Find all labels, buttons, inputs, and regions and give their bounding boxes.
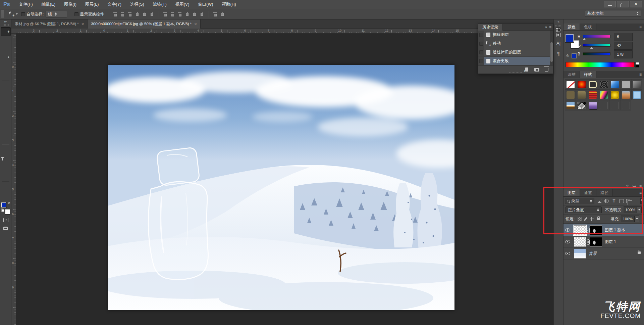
lasso-tool[interactable] <box>1 45 11 53</box>
style-bw-noise[interactable] <box>576 100 587 110</box>
channel-value-input[interactable]: 178 <box>614 50 633 58</box>
screen-mode-button[interactable] <box>1 224 11 233</box>
auto-select-checkbox[interactable] <box>21 12 25 16</box>
align-top-edges[interactable] <box>113 12 118 16</box>
move-tool[interactable] <box>1 27 11 36</box>
style-none[interactable] <box>565 79 576 90</box>
mask-link-icon[interactable] <box>587 239 589 244</box>
opacity-input[interactable]: 100% <box>624 206 637 213</box>
close-button[interactable] <box>630 1 642 7</box>
tab-close-icon[interactable]: × <box>194 22 197 26</box>
restore-button[interactable] <box>617 1 629 7</box>
style-charcoal-gradient[interactable] <box>631 79 642 90</box>
delete-state-icon[interactable] <box>545 68 548 72</box>
layer-name[interactable]: 图层 1 <box>605 239 616 245</box>
show-transform-checkbox[interactable] <box>74 12 78 16</box>
tab-layers[interactable]: 图层 <box>564 189 580 196</box>
fill-input[interactable]: 100% <box>621 216 635 222</box>
layer-mask-thumbnail[interactable] <box>590 237 602 247</box>
type-tool[interactable] <box>1 154 11 163</box>
filter-type-dropdown[interactable]: 类型 <box>565 198 594 204</box>
tab-close-icon[interactable]: × <box>82 22 84 26</box>
distribute-vertical-centers[interactable] <box>170 12 175 16</box>
layer-name[interactable]: 背景 <box>589 251 597 257</box>
toolbar-collapse-icon[interactable]: ▸▸ <box>0 19 11 24</box>
slider-thumb-icon[interactable] <box>583 38 586 40</box>
spot-healing-brush-tool[interactable] <box>1 82 11 91</box>
magic-wand-tool[interactable] <box>1 53 11 62</box>
style-empty-2[interactable] <box>609 100 620 110</box>
tab-swatches[interactable]: 色板 <box>580 24 596 30</box>
mask-link-icon[interactable] <box>587 228 589 232</box>
distribute-left-edges[interactable] <box>185 12 190 16</box>
align-vertical-centers[interactable] <box>120 12 125 16</box>
filter-adjustment-layers-icon[interactable] <box>604 199 609 203</box>
style-yellow-emboss[interactable] <box>609 90 620 100</box>
lock-position-icon[interactable] <box>590 217 594 221</box>
tab-adjustments[interactable]: 调整 <box>564 71 580 78</box>
zoom-tool[interactable] <box>1 191 11 200</box>
filter-shape-layers-icon[interactable] <box>619 199 624 203</box>
menu-select[interactable]: 选择(S) <box>126 0 149 9</box>
fill-caret-icon[interactable] <box>635 216 639 222</box>
tab-history[interactable]: 历史记录 <box>478 24 503 31</box>
style-gray[interactable] <box>620 79 631 90</box>
layer-name[interactable]: 图层 1 副本 <box>605 227 625 233</box>
default-colors-icon[interactable] <box>1 208 4 212</box>
character-panel-icon[interactable]: A| <box>554 38 563 48</box>
panel-menu-icon[interactable]: ≡ <box>639 190 643 195</box>
swap-colors-icon[interactable]: ⇄ <box>8 201 10 204</box>
style-empty-1[interactable] <box>598 100 609 110</box>
style-psychedelic[interactable] <box>598 90 609 100</box>
minimize-button[interactable] <box>604 1 616 7</box>
layer-visibility-toggle[interactable] <box>564 236 572 248</box>
style-red-glow[interactable] <box>576 79 587 90</box>
hand-tool[interactable] <box>1 183 11 191</box>
layer-thumbnail[interactable] <box>574 225 586 235</box>
clock-panel-icon[interactable] <box>626 185 629 188</box>
tab-paths[interactable]: 路径 <box>596 189 613 196</box>
menu-edit[interactable]: 编辑(E) <box>37 0 60 9</box>
document-canvas[interactable] <box>108 65 454 310</box>
auto-align-layers[interactable] <box>213 12 218 16</box>
blend-mode-dropdown[interactable]: 正片叠底 <box>566 206 602 213</box>
foreground-color-swatch[interactable] <box>1 202 6 207</box>
tool-preset-caret-icon[interactable] <box>16 13 18 15</box>
style-olive[interactable] <box>565 90 576 100</box>
layer-thumbnail[interactable] <box>574 237 586 247</box>
menu-view[interactable]: 视图(V) <box>171 0 194 9</box>
distribute-bottom-edges[interactable] <box>178 12 182 16</box>
style-sunset-gradient[interactable] <box>620 90 631 100</box>
layer-visibility-toggle[interactable] <box>564 224 572 236</box>
panel-menu-icon[interactable]: ≡ <box>639 72 643 77</box>
menu-help[interactable]: 帮助(H) <box>217 0 240 9</box>
white-swatch[interactable] <box>635 62 639 65</box>
auto-select-dropdown[interactable]: 组 <box>46 11 67 17</box>
snapshot-source-checkbox[interactable] <box>478 57 484 65</box>
new-snapshot-icon[interactable] <box>534 68 539 72</box>
lock-transparent-pixels-icon[interactable] <box>578 217 582 221</box>
channel-slider[interactable] <box>583 44 610 47</box>
grid-panel-icon[interactable] <box>633 185 636 188</box>
toolbar-grip[interactable] <box>3 24 9 26</box>
tab-channels[interactable]: 通道 <box>580 189 596 196</box>
align-left-edges[interactable] <box>135 12 140 16</box>
panel-menu-icon[interactable]: ≡ <box>549 25 551 30</box>
panel-resize-grip[interactable] <box>509 72 523 73</box>
lock-all-icon[interactable] <box>597 218 600 220</box>
opacity-caret-icon[interactable] <box>637 206 642 213</box>
filter-pixel-layers-icon[interactable] <box>597 199 602 203</box>
menu-image[interactable]: 图像(I) <box>60 0 81 9</box>
expand-panel-icon[interactable]: » <box>545 25 547 29</box>
style-white-ring[interactable] <box>587 79 598 90</box>
brush-tool[interactable] <box>1 91 11 99</box>
layer-visibility-toggle[interactable] <box>564 248 572 260</box>
style-blue-bevel[interactable] <box>631 90 642 100</box>
channel-value-input[interactable]: 6 <box>614 33 633 41</box>
style-olive-gradient[interactable] <box>576 90 587 100</box>
filter-type-layers-icon[interactable]: T <box>611 198 617 203</box>
layer-mask-thumbnail[interactable] <box>590 225 602 235</box>
gamut-color-swatch[interactable] <box>572 53 577 58</box>
menu-layer[interactable]: 图层(L) <box>81 0 103 9</box>
auto-align-layers-2[interactable] <box>220 12 225 16</box>
